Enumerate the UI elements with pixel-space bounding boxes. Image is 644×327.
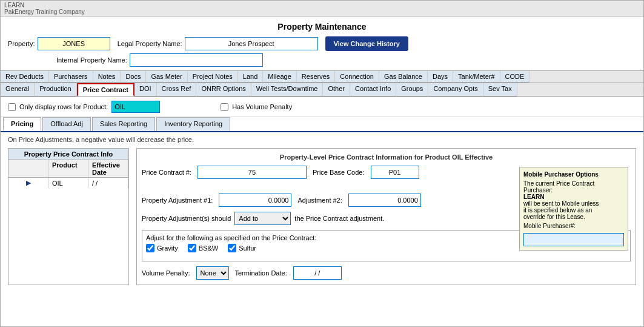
- bsw-label: BS&W: [199, 244, 218, 252]
- right-panel-title: Property-Level Price Contract Informatio…: [142, 153, 631, 161]
- legal-name-field-group: Legal Property Name:: [118, 37, 318, 50]
- mobile-purchaser-label: Mobile Purchaser#:: [523, 223, 624, 229]
- internal-name-label: Internal Property Name:: [56, 56, 127, 64]
- tab-company-opts[interactable]: Company Opts: [428, 83, 483, 96]
- legal-name-input[interactable]: [185, 37, 318, 50]
- tab-production[interactable]: Production: [35, 83, 77, 96]
- property-row1: Property: Legal Property Name: View Chan…: [1, 36, 643, 53]
- content-area: On Price Adjustments, a negative value w…: [1, 132, 643, 289]
- tab-row-1: Rev Deducts Purchasers Notes Docs Gas Me…: [1, 70, 643, 83]
- tab-mileage[interactable]: Mileage: [263, 71, 297, 83]
- property-field-group: Property:: [8, 37, 110, 50]
- property-input[interactable]: [38, 37, 110, 50]
- tab-notes[interactable]: Notes: [93, 71, 121, 83]
- mobile-text5: it is specified below as an: [523, 207, 624, 214]
- row-arrow-icon: ▶: [8, 178, 48, 188]
- mobile-text3: LEARN: [523, 194, 624, 200]
- note-text: On Price Adjustments, a negative value w…: [8, 136, 636, 143]
- adj2-label: Adjustment #2:: [297, 197, 342, 204]
- sub-tab-row: Pricing Offload Adj Sales Reporting Inve…: [1, 117, 643, 132]
- tab-rev-deducts[interactable]: Rev Deducts: [1, 71, 49, 83]
- property-row2: Internal Property Name:: [1, 53, 643, 70]
- tab-tank-meter[interactable]: Tank/Meter#: [453, 71, 500, 83]
- tab-cross-ref[interactable]: Cross Ref: [157, 83, 197, 96]
- termination-date-label: Termination Date:: [235, 269, 287, 277]
- tab-gas-balance[interactable]: Gas Balance: [379, 71, 428, 83]
- two-column-layout: Property Price Contract Info Product Eff…: [8, 148, 636, 285]
- adj-price-label: the Price Contract adjustment.: [294, 215, 384, 222]
- sub-tab-pricing[interactable]: Pricing: [3, 117, 41, 131]
- row-date: / /: [88, 178, 128, 188]
- price-base-label: Price Base Code:: [313, 169, 365, 176]
- internal-name-field-group: Internal Property Name:: [56, 53, 263, 67]
- row-product: OIL: [48, 178, 88, 188]
- product-filter-right: Has Volume Penalty: [221, 103, 292, 111]
- only-display-checkbox[interactable]: [8, 103, 16, 111]
- env-label: LEARN: [4, 2, 640, 8]
- sub-tab-inventory-reporting[interactable]: Inventory Reporting: [156, 117, 230, 131]
- mobile-panel: Mobile Purchaser Options The current Pri…: [519, 167, 628, 251]
- tab-purchasers[interactable]: Purchasers: [49, 71, 93, 83]
- col-effective: Effective Date: [88, 160, 128, 177]
- tab-days[interactable]: Days: [428, 71, 453, 83]
- mobile-text1: The current Price Contract: [523, 180, 624, 187]
- product-filter-input[interactable]: [111, 101, 160, 113]
- gravity-checkbox[interactable]: [146, 244, 154, 252]
- tab-project-notes[interactable]: Project Notes: [188, 71, 238, 83]
- tab-general[interactable]: General: [1, 83, 35, 96]
- volume-penalty-label: Has Volume Penalty: [232, 103, 292, 110]
- left-panel-row[interactable]: ▶ OIL / /: [8, 178, 128, 188]
- tab-doi[interactable]: DOI: [134, 83, 157, 96]
- tab-reserves[interactable]: Reserves: [297, 71, 335, 83]
- sulfur-checkbox[interactable]: [228, 244, 236, 252]
- volume-penalty-checkbox[interactable]: [221, 103, 228, 111]
- tab-sev-tax[interactable]: Sev Tax: [483, 83, 517, 96]
- bsw-checkbox-item: BS&W: [188, 244, 218, 252]
- tab-well-tests[interactable]: Well Tests/Downtime: [251, 83, 324, 96]
- page-title: Property Maintenance: [1, 17, 643, 36]
- sulfur-checkbox-item: Sulfur: [228, 244, 256, 252]
- gravity-label: Gravity: [157, 244, 178, 252]
- volume-penalty-select[interactable]: None Apply: [196, 266, 229, 280]
- view-history-button[interactable]: View Change History: [325, 36, 408, 51]
- adj-should-label: Property Adjustment(s) should: [142, 215, 231, 222]
- adj1-label: Property Adjustment #1:: [142, 197, 213, 204]
- tab-other[interactable]: Other: [323, 83, 350, 96]
- product-filter-row: Only display rows for Product: Has Volum…: [1, 97, 643, 117]
- app-container: LEARN PakEnergy Training Company Propert…: [0, 0, 644, 327]
- termination-date-input[interactable]: [293, 266, 342, 280]
- adj1-input[interactable]: [219, 194, 291, 207]
- gravity-checkbox-item: Gravity: [146, 244, 178, 252]
- mobile-purchaser-input[interactable]: [523, 233, 624, 246]
- tab-gas-meter[interactable]: Gas Meter: [146, 71, 187, 83]
- app-header: LEARN PakEnergy Training Company: [1, 1, 643, 17]
- tab-row-2: General Production Price Contract DOI Cr…: [1, 83, 643, 97]
- tab-connection[interactable]: Connection: [335, 71, 379, 83]
- property-label: Property:: [8, 40, 35, 47]
- volume-penalty-form-label: Volume Penalty:: [142, 269, 190, 277]
- sub-tab-sales-reporting[interactable]: Sales Reporting: [92, 117, 155, 131]
- company-label: PakEnergy Training Company: [4, 8, 640, 15]
- price-base-input[interactable]: [371, 166, 419, 179]
- mobile-text6: override for this Lease.: [523, 214, 624, 220]
- adj-should-select[interactable]: Add to Subtract from Replace: [234, 212, 291, 225]
- mobile-panel-title: Mobile Purchaser Options: [523, 171, 624, 178]
- tab-contact-info[interactable]: Contact Info: [350, 83, 396, 96]
- tab-groups[interactable]: Groups: [396, 83, 428, 96]
- contract-num-input[interactable]: [198, 166, 307, 179]
- mobile-text4: will be sent to Mobile unless: [523, 200, 624, 207]
- tab-docs[interactable]: Docs: [121, 71, 146, 83]
- sub-tab-offload-adj[interactable]: Offload Adj: [42, 117, 91, 131]
- col-product: Product: [48, 160, 88, 177]
- tab-code[interactable]: CODE: [500, 71, 530, 83]
- tab-land[interactable]: Land: [238, 71, 263, 83]
- tab-onrr-options[interactable]: ONRR Options: [196, 83, 251, 96]
- tab-price-contract[interactable]: Price Contract: [77, 83, 134, 96]
- adj2-input[interactable]: [348, 194, 421, 207]
- sulfur-label: Sulfur: [239, 244, 256, 252]
- internal-name-input[interactable]: [130, 53, 263, 67]
- product-filter-left: Only display rows for Product:: [8, 101, 160, 113]
- bsw-checkbox[interactable]: [188, 244, 196, 252]
- left-panel: Property Price Contract Info Product Eff…: [8, 148, 129, 285]
- left-panel-title: Property Price Contract Info: [8, 149, 128, 160]
